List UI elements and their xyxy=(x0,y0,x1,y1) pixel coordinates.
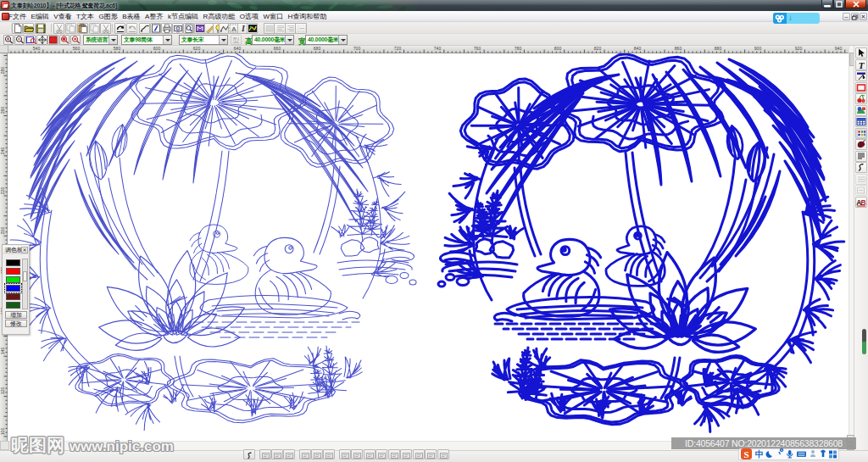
svg-text:580: 580 xyxy=(114,46,121,51)
svg-text:S: S xyxy=(743,449,748,459)
svg-text:A: A xyxy=(231,25,236,33)
svg-text:740: 740 xyxy=(434,46,442,51)
svg-text:720: 720 xyxy=(394,46,402,51)
svg-text:920: 920 xyxy=(795,46,803,51)
svg-text:860: 860 xyxy=(675,46,682,51)
svg-text:780: 780 xyxy=(515,46,522,51)
svg-text:640: 640 xyxy=(234,46,242,51)
svg-text:280: 280 xyxy=(0,67,5,75)
svg-text:560: 560 xyxy=(73,46,81,51)
svg-text:760: 760 xyxy=(474,46,481,51)
svg-text:240: 240 xyxy=(0,148,5,155)
svg-text:120: 120 xyxy=(0,387,5,395)
svg-text:620: 620 xyxy=(193,46,201,51)
svg-text:200: 200 xyxy=(0,227,5,235)
svg-text:880: 880 xyxy=(715,46,722,51)
svg-text:940: 940 xyxy=(835,46,843,51)
svg-text:700: 700 xyxy=(353,46,361,51)
svg-text:260: 260 xyxy=(0,107,5,114)
svg-text:680: 680 xyxy=(314,46,321,51)
svg-text:T: T xyxy=(859,60,865,70)
svg-text:800: 800 xyxy=(554,46,562,51)
svg-text:220: 220 xyxy=(0,187,5,195)
svg-text:660: 660 xyxy=(274,46,281,51)
svg-text:I: I xyxy=(241,24,246,33)
svg-text:900: 900 xyxy=(754,46,762,51)
svg-text:840: 840 xyxy=(634,46,642,51)
svg-text:100: 100 xyxy=(0,428,5,436)
svg-text:140: 140 xyxy=(0,348,5,355)
svg-text:600: 600 xyxy=(153,46,161,51)
svg-text:中: 中 xyxy=(755,449,764,459)
svg-text:540: 540 xyxy=(33,46,41,51)
svg-text:820: 820 xyxy=(594,46,602,51)
